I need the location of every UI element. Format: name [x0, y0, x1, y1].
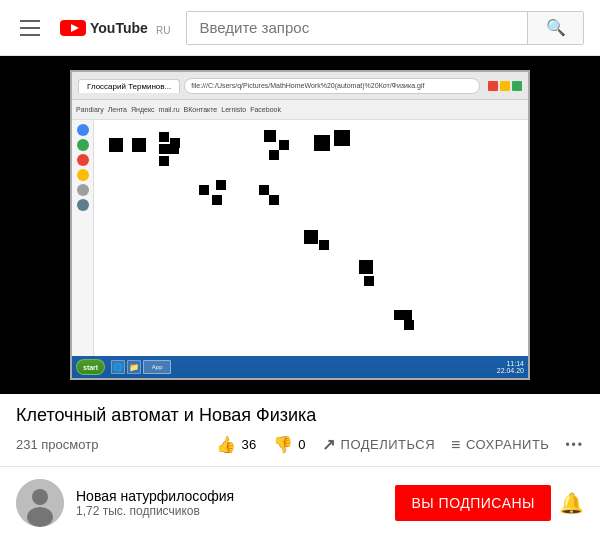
sidebar-icon — [77, 154, 89, 166]
search-icon: 🔍 — [546, 18, 566, 37]
view-count: 231 просмотр — [16, 437, 216, 452]
browser-taskbar: start 🌐 📁 App 11:14 22.04.20 — [72, 356, 528, 378]
save-icon — [451, 436, 461, 454]
svg-text:YouTube: YouTube — [90, 20, 148, 36]
browser-bookmarks: Pandiary Лента Яндекс mail.ru ВКонтакте … — [72, 100, 528, 120]
thumb-down-icon — [273, 435, 294, 454]
sidebar-icon — [77, 139, 89, 151]
bookmark-item: ВКонтакте — [184, 106, 218, 113]
video-title: Клеточный автомат и Новая Физика — [16, 404, 584, 427]
thumb-up-icon — [216, 435, 237, 454]
browser-content — [94, 120, 528, 356]
youtube-logo-icon: YouTube — [60, 18, 150, 38]
bookmark-item: Лента — [108, 106, 127, 113]
share-label: ПОДЕЛИТЬСЯ — [341, 437, 435, 452]
browser-bar: Глоссарий Терминов... file:///C:/Users/q… — [72, 72, 528, 100]
browser-address: file:///C:/Users/q/Pictures/MathHomeWork… — [184, 78, 480, 94]
dislike-button[interactable]: 0 — [273, 435, 306, 454]
more-icon — [565, 437, 584, 452]
channel-name: Новая натурфилософия — [76, 488, 395, 504]
bookmark-item: mail.ru — [159, 106, 180, 113]
header: YouTube RU 🔍 — [0, 0, 600, 56]
bookmark-item: Facebook — [250, 106, 281, 113]
search-input[interactable] — [187, 12, 527, 44]
svg-point-5 — [27, 507, 53, 527]
subscribe-button[interactable]: ВЫ ПОДПИСАНЫ — [395, 485, 551, 521]
subscriber-count: 1,72 тыс. подписчиков — [76, 504, 395, 518]
save-button[interactable]: СОХРАНИТЬ — [451, 436, 549, 454]
video-info: Клеточный автомат и Новая Физика 231 про… — [0, 394, 600, 454]
share-button[interactable]: ПОДЕЛИТЬСЯ — [322, 435, 435, 454]
divider — [0, 466, 600, 467]
bell-icon[interactable]: 🔔 — [559, 491, 584, 515]
youtube-logo[interactable]: YouTube RU — [60, 18, 170, 38]
channel-avatar[interactable] — [16, 479, 64, 527]
save-label: СОХРАНИТЬ — [466, 437, 549, 452]
menu-button[interactable] — [16, 16, 44, 40]
browser-tab: Глоссарий Терминов... — [78, 79, 180, 93]
video-player[interactable]: Глоссарий Терминов... file:///C:/Users/q… — [0, 56, 600, 394]
like-button[interactable]: 36 — [216, 435, 257, 454]
channel-info: Новая натурфилософия 1,72 тыс. подписчик… — [76, 488, 395, 518]
video-frame: Глоссарий Терминов... file:///C:/Users/q… — [70, 70, 530, 380]
bookmark-item: Lernisto — [221, 106, 246, 113]
search-button[interactable]: 🔍 — [527, 11, 583, 45]
share-icon — [322, 435, 336, 454]
browser-sidebar — [72, 120, 94, 356]
bookmark-item: Яндекс — [131, 106, 155, 113]
like-count: 36 — [241, 437, 256, 452]
cell-area — [104, 130, 518, 346]
search-bar: 🔍 — [186, 11, 584, 45]
channel-row: Новая натурфилософия 1,72 тыс. подписчик… — [0, 479, 600, 537]
more-button[interactable] — [565, 437, 584, 452]
video-meta-row: 231 просмотр 36 0 ПОДЕЛИТЬСЯ СОХРАНИТЬ — [16, 435, 584, 454]
bookmark-item: Pandiary — [76, 106, 104, 113]
start-button: start — [76, 359, 105, 375]
sidebar-icon — [77, 184, 89, 196]
dislike-count: 0 — [298, 437, 306, 452]
svg-point-4 — [32, 489, 48, 505]
sidebar-icon — [77, 124, 89, 136]
sidebar-icon — [77, 199, 89, 211]
action-buttons: 36 0 ПОДЕЛИТЬСЯ СОХРАНИТЬ — [216, 435, 584, 454]
sidebar-icon — [77, 169, 89, 181]
country-badge: RU — [156, 25, 170, 36]
